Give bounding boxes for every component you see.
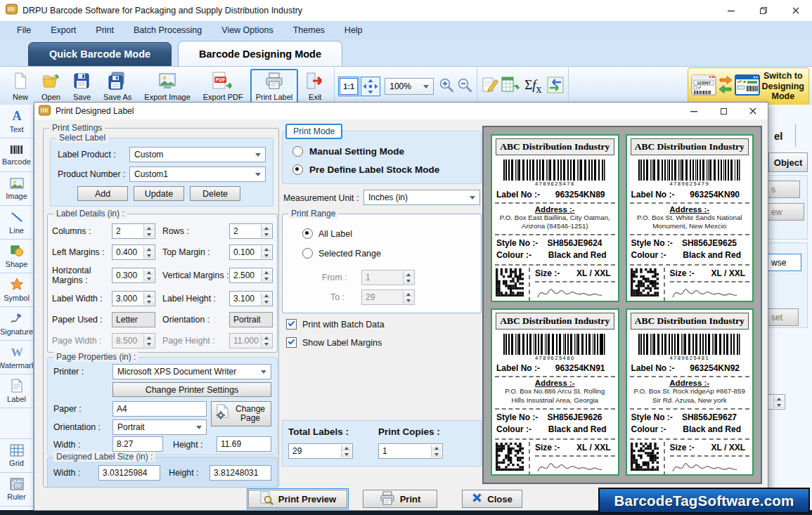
signature-image — [670, 457, 750, 476]
menu-item-batch-processing[interactable]: Batch Processing — [124, 22, 212, 38]
all-label-option[interactable]: All Label — [302, 228, 352, 239]
sidebar-item-shape[interactable]: Shape — [0, 240, 33, 273]
close-icon[interactable] — [780, 0, 812, 21]
swap-data-icon[interactable] — [546, 76, 565, 97]
tab-barcode-designing-mode[interactable]: Barcode Designing Mode — [178, 41, 342, 66]
save-button[interactable]: Save — [67, 69, 96, 104]
exit-button[interactable]: Exit — [299, 69, 330, 104]
zoom-in-icon[interactable] — [438, 77, 455, 96]
show-label-margins-option[interactable]: Show Label Margins — [286, 337, 382, 348]
export-pdf-button[interactable]: PDFExport PDF — [198, 69, 249, 104]
field-input[interactable]: 2 — [112, 223, 155, 239]
field-input: 8.500 — [112, 333, 155, 348]
menu-item-help[interactable]: Help — [335, 22, 373, 38]
print-button[interactable]: Print — [363, 490, 437, 508]
minimize-icon[interactable] — [715, 0, 747, 21]
export-image-button[interactable]: Export Image — [138, 69, 195, 104]
paper-input[interactable]: A4 — [112, 401, 207, 417]
designed-width-input[interactable]: 3.03125984 — [98, 465, 160, 481]
field-input[interactable]: 0.300 — [112, 268, 155, 283]
excel-export-icon[interactable] — [501, 76, 520, 97]
delete-button[interactable]: Delete — [190, 186, 240, 201]
designed-height-input[interactable]: 3.81248031 — [210, 465, 271, 481]
new-button[interactable]: New — [6, 69, 34, 104]
sidebar-item-symbol[interactable]: Symbol — [0, 273, 33, 307]
field-input[interactable]: 3.100 — [229, 291, 273, 306]
product-number-label: Product Number : — [58, 169, 125, 179]
page-properties-legend: Page Properties (in) : — [53, 352, 138, 362]
update-button[interactable]: Update — [134, 186, 184, 201]
menu-item-view-options[interactable]: View Options — [212, 22, 283, 38]
sidebar-item-ruler[interactable]: Ruler — [0, 473, 33, 507]
pan-tool-icon[interactable] — [361, 77, 380, 96]
field-label: Vertical Margins : — [162, 270, 229, 280]
print-label-button[interactable]: Print Label — [250, 69, 299, 104]
product-number-select[interactable]: Custom1 — [129, 167, 266, 182]
menu-item-themes[interactable]: Themes — [283, 22, 335, 38]
field-input[interactable]: 0.400 — [112, 245, 155, 260]
dialog-maximize-icon[interactable] — [709, 103, 738, 119]
saveas-icon — [108, 72, 127, 91]
change-printer-settings-button[interactable]: Change Printer Settings — [112, 382, 271, 397]
actual-size-button[interactable]: 1:1 — [338, 77, 359, 96]
print-copies-input[interactable]: 1 — [378, 443, 443, 459]
label-product-select[interactable]: Custom — [129, 147, 266, 162]
predefine-label-stock-radio[interactable] — [292, 164, 303, 175]
sidebar-item-text[interactable]: AText — [0, 105, 33, 138]
field-input[interactable]: 2.500 — [229, 268, 273, 283]
field-input[interactable]: 0.100 — [229, 245, 273, 260]
partial-button-set[interactable]: set — [767, 308, 799, 326]
sidebar-item-label[interactable]: Label — [0, 374, 33, 408]
tab-object[interactable]: Object — [768, 152, 808, 172]
all-label-radio[interactable] — [302, 228, 313, 239]
partial-button-s[interactable]: s — [767, 181, 800, 198]
close-button[interactable]: Close — [462, 490, 522, 508]
predefine-label-stock-option[interactable]: Pre Define Label Stock Mode — [292, 164, 439, 175]
page-width-input[interactable]: 8.27 — [112, 436, 163, 452]
tab-quick-barcode-mode[interactable]: Quick Barcode Mode — [28, 42, 172, 66]
zoom-out-icon[interactable] — [456, 77, 473, 96]
manual-setting-radio[interactable] — [292, 146, 303, 157]
menu-item-print[interactable]: Print — [86, 22, 124, 38]
print-range-legend: Print Range — [288, 209, 338, 219]
selected-range-radio[interactable] — [302, 248, 313, 259]
printer-select[interactable]: Microsoft XPS Document Writer — [112, 364, 271, 379]
partial-panel-text: el — [774, 130, 783, 142]
manual-setting-mode-option[interactable]: Manual Setting Mode — [292, 146, 404, 157]
sidebar-item-barcode[interactable]: Barcode — [0, 138, 33, 172]
orientation-select[interactable]: Portrait — [112, 419, 207, 435]
switch-to-designing-mode-button[interactable]: 123567 Switch to Designing Mode — [688, 67, 809, 105]
field-input[interactable]: 3.000 — [112, 291, 155, 306]
print-with-batch-data-checkbox[interactable] — [286, 319, 297, 330]
save-as-button[interactable]: Save As — [98, 69, 137, 104]
add-button[interactable]: Add — [77, 186, 128, 201]
total-labels-input[interactable]: 29 — [288, 443, 353, 459]
sidebar-item-image[interactable]: Image — [0, 172, 33, 206]
edit-pencil-icon[interactable] — [481, 76, 499, 97]
page-height-input[interactable]: 11.69 — [217, 436, 271, 452]
zoom-level-select[interactable]: 100% — [385, 78, 434, 95]
sidebar-item-signature[interactable]: Signature — [0, 307, 33, 341]
show-label-margins-checkbox[interactable] — [286, 337, 297, 348]
menu-item-file[interactable]: File — [7, 22, 41, 38]
formula-icon[interactable]: Σfx — [522, 77, 544, 96]
print-with-batch-data-option[interactable]: Print with Batch Data — [286, 319, 385, 330]
restore-icon[interactable] — [747, 0, 780, 21]
sidebar-item-grid[interactable]: Grid — [0, 439, 33, 473]
partial-button-wse[interactable]: wse — [767, 254, 801, 271]
dialog-close-icon[interactable] — [738, 103, 768, 119]
dialog-minimize-icon[interactable] — [679, 103, 709, 119]
designed-height-label: Height : — [169, 468, 198, 478]
selected-range-option[interactable]: Selected Range — [302, 248, 381, 259]
print-preview-button[interactable]: Print Preview — [248, 490, 347, 508]
field-input[interactable]: 2 — [229, 223, 273, 239]
sidebar-item-watermark[interactable]: WWatermark — [0, 341, 33, 374]
menu-item-export[interactable]: Export — [41, 22, 86, 38]
change-page-button[interactable]: Change Page — [211, 401, 271, 426]
panel-spinner[interactable] — [767, 394, 785, 410]
sidebar-item-line[interactable]: Line — [0, 206, 33, 240]
measurement-unit-select[interactable]: Inches (in) — [363, 190, 480, 205]
label-details-group: Label Details (in) : Columns :2Rows :2Le… — [47, 214, 278, 353]
partial-button-ew[interactable]: ew — [767, 203, 804, 221]
open-button[interactable]: Open — [36, 69, 66, 104]
